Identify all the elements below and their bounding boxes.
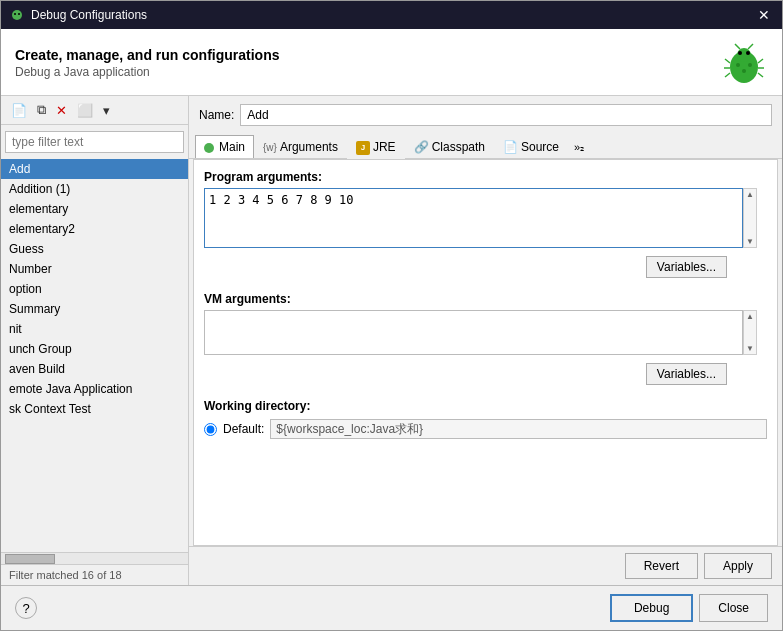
delete-config-button[interactable]: ✕ xyxy=(52,101,71,120)
dialog-title: Debug Configurations xyxy=(31,8,748,22)
horizontal-scrollbar[interactable] xyxy=(1,552,188,564)
list-item[interactable]: nit xyxy=(1,319,188,339)
variables-button-2[interactable]: Variables... xyxy=(646,363,727,385)
help-button[interactable]: ? xyxy=(15,597,37,619)
tab-source[interactable]: 📄 Source xyxy=(494,135,568,158)
list-item[interactable]: Add xyxy=(1,159,188,179)
list-item[interactable]: option xyxy=(1,279,188,299)
tabs-row: Main {w} Arguments J JRE 🔗 Classpa xyxy=(189,134,782,159)
svg-point-0 xyxy=(12,10,22,20)
filter-button[interactable]: ⬜ xyxy=(73,101,97,120)
debug-button[interactable]: Debug xyxy=(610,594,693,622)
tab-classpath[interactable]: 🔗 Classpath xyxy=(405,135,494,158)
default-radio-label: Default: xyxy=(223,422,264,436)
list-item[interactable]: aven Build xyxy=(1,359,188,379)
svg-line-8 xyxy=(748,44,753,49)
list-item[interactable]: Number xyxy=(1,259,188,279)
default-radio-row: Default: xyxy=(204,419,767,439)
vm-args-wrapper: ▲ ▼ xyxy=(204,310,767,355)
default-radio[interactable] xyxy=(204,423,217,436)
svg-point-1 xyxy=(14,13,16,15)
tab-overflow-label: »₂ xyxy=(574,141,584,154)
working-dir-label: Working directory: xyxy=(204,399,767,413)
name-label: Name: xyxy=(199,108,234,122)
config-list[interactable]: Add Addition (1) elementary elementary2 … xyxy=(1,159,188,552)
left-panel: 📄 ⧉ ✕ ⬜ ▾ Add Addition (1) elementary el… xyxy=(1,96,189,585)
svg-line-14 xyxy=(758,73,763,77)
scroll-up-vm-icon[interactable]: ▲ xyxy=(744,311,756,322)
variables-button-1[interactable]: Variables... xyxy=(646,256,727,278)
list-item[interactable]: Summary xyxy=(1,299,188,319)
dialog-window: Debug Configurations ✕ Create, manage, a… xyxy=(0,0,783,631)
list-item[interactable]: Guess xyxy=(1,239,188,259)
header-area: Create, manage, and run configurations D… xyxy=(1,29,782,96)
name-row: Name: xyxy=(189,96,782,134)
close-button[interactable]: Close xyxy=(699,594,768,622)
filter-input[interactable] xyxy=(5,131,184,153)
program-args-scrollbar[interactable]: ▲ ▼ xyxy=(743,188,757,248)
program-args-label: Program arguments: xyxy=(204,170,767,184)
left-toolbar: 📄 ⧉ ✕ ⬜ ▾ xyxy=(1,96,188,125)
jre-tab-icon: J xyxy=(356,139,370,155)
tab-classpath-label: Classpath xyxy=(432,140,485,154)
program-args-wrapper: ▲ ▼ xyxy=(204,188,767,248)
svg-point-16 xyxy=(748,63,752,67)
close-window-button[interactable]: ✕ xyxy=(754,7,774,23)
scroll-up-icon[interactable]: ▲ xyxy=(744,189,756,200)
svg-point-5 xyxy=(738,51,742,55)
vm-args-scrollbar[interactable]: ▲ ▼ xyxy=(743,310,757,355)
list-item[interactable]: emote Java Application xyxy=(1,379,188,399)
list-item[interactable]: sk Context Test xyxy=(1,399,188,419)
tab-jre[interactable]: J JRE xyxy=(347,134,405,159)
list-item[interactable]: unch Group xyxy=(1,339,188,359)
filter-wrapper xyxy=(1,125,188,159)
header-text: Create, manage, and run configurations D… xyxy=(15,47,280,79)
tab-main[interactable]: Main xyxy=(195,135,254,158)
vm-args-input[interactable] xyxy=(204,310,743,355)
content-area: Program arguments: ▲ ▼ Variables... VM a… xyxy=(193,159,778,546)
svg-point-15 xyxy=(736,63,740,67)
svg-point-2 xyxy=(18,13,20,15)
tab-main-label: Main xyxy=(219,140,245,154)
classpath-tab-icon: 🔗 xyxy=(414,140,429,154)
tab-arguments-label: Arguments xyxy=(280,140,338,154)
svg-point-17 xyxy=(742,69,746,73)
bug-logo-icon xyxy=(720,39,768,87)
revert-button[interactable]: Revert xyxy=(625,553,698,579)
source-tab-icon: 📄 xyxy=(503,140,518,154)
arguments-tab-icon: {w} xyxy=(263,142,277,153)
working-dir-input[interactable] xyxy=(270,419,767,439)
tab-overflow[interactable]: »₂ xyxy=(568,136,590,158)
duplicate-config-button[interactable]: ⧉ xyxy=(33,100,50,120)
footer-buttons: Debug Close xyxy=(610,594,768,622)
apply-button[interactable]: Apply xyxy=(704,553,772,579)
tab-arguments[interactable]: {w} Arguments xyxy=(254,135,347,158)
scroll-thumb[interactable] xyxy=(5,554,55,564)
header-title: Create, manage, and run configurations xyxy=(15,47,280,63)
svg-line-9 xyxy=(725,59,730,63)
list-item[interactable]: elementary2 xyxy=(1,219,188,239)
collapse-button[interactable]: ▾ xyxy=(99,101,114,120)
vm-args-label: VM arguments: xyxy=(204,292,767,306)
name-input[interactable] xyxy=(240,104,772,126)
tab-source-label: Source xyxy=(521,140,559,154)
svg-line-12 xyxy=(758,59,763,63)
list-item[interactable]: Addition (1) xyxy=(1,179,188,199)
right-panel: Name: Main {w} Arguments xyxy=(189,96,782,585)
svg-line-7 xyxy=(735,44,740,49)
tab-jre-label: JRE xyxy=(373,140,396,154)
scroll-down-icon[interactable]: ▼ xyxy=(744,236,756,247)
main-area: 📄 ⧉ ✕ ⬜ ▾ Add Addition (1) elementary el… xyxy=(1,96,782,585)
svg-line-11 xyxy=(725,73,730,77)
program-args-input[interactable] xyxy=(204,188,743,248)
list-item[interactable]: elementary xyxy=(1,199,188,219)
scroll-down-vm-icon[interactable]: ▼ xyxy=(744,343,756,354)
bottom-bar: Revert Apply xyxy=(189,546,782,585)
header-subtitle: Debug a Java application xyxy=(15,65,280,79)
bug-title-icon xyxy=(9,7,25,23)
filter-status: Filter matched 16 of 18 xyxy=(1,564,188,585)
new-config-button[interactable]: 📄 xyxy=(7,101,31,120)
main-tab-icon xyxy=(204,140,216,154)
title-bar: Debug Configurations ✕ xyxy=(1,1,782,29)
svg-point-6 xyxy=(746,51,750,55)
